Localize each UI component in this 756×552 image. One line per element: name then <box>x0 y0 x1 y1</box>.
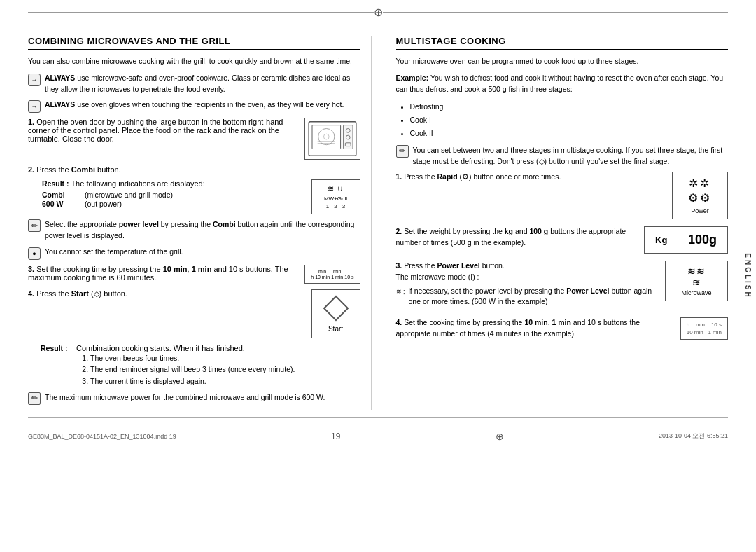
sub-note-power: ≋ ; if necessary, set the power level by… <box>396 286 660 308</box>
final-note-text: The maximum microwave power for the comb… <box>45 392 360 403</box>
pencil-icon-power: ✏ <box>28 219 41 232</box>
oven-image <box>304 118 360 160</box>
stage-item-1: Cook I <box>410 113 729 127</box>
right-section-intro: Your microwave oven can be programmed to… <box>396 56 729 67</box>
step-3-row: 3. Set the cooking time by pressing the … <box>28 265 360 284</box>
result-text-1: The following indications are displayed: <box>71 179 204 188</box>
step-1-row: 1. Open the oven door by pushing the lar… <box>28 118 360 160</box>
combi-value: (microwave and grill mode) <box>85 191 306 199</box>
right-section-title: MULTISTAGE COOKING <box>396 36 729 50</box>
result-2-text: Combination cooking starts. When it has … <box>76 344 245 352</box>
r-timer-min: min <box>696 322 705 328</box>
r-step-2-pre: Set the weight by pressing the <box>404 227 505 235</box>
note-cookware-rest: use microwave-safe and oven-proof cookwa… <box>45 74 350 93</box>
r-step-2-text: 2. Set the weight by pressing the kg and… <box>396 226 639 249</box>
step-2-row: 2. Press the Combi button. <box>28 165 360 174</box>
sub-note-text: if necessary, set the power level by pre… <box>409 286 659 308</box>
pencil-icon-final: ✏ <box>28 392 41 405</box>
page-footer: GE83M_BAL_DE68-04151A-02_EN_131004.indd … <box>0 425 756 448</box>
start-button-display: Start <box>312 289 360 338</box>
step-3-pre: Set the cooking time by pressing the <box>36 265 162 273</box>
mw-grill-top: ≋ ∪ <box>319 184 353 194</box>
left-section-intro: You can also combine microwave cooking w… <box>28 56 360 67</box>
step-3-1min: 1 min <box>192 265 212 273</box>
power-level-bold: power level <box>119 220 159 228</box>
note-power-level: ✏ Select the appropriate power level by … <box>28 219 360 242</box>
step-1-num: 1. <box>28 118 34 126</box>
note-gloves-rest: use oven gloves when touching the recipi… <box>75 100 344 109</box>
timer-h-label: h <box>311 275 314 280</box>
page-number: 19 <box>331 432 340 441</box>
main-content: COMBINING MICROWAVES AND THE GRILL You c… <box>0 25 756 417</box>
step-2-combi: Combi <box>71 165 95 174</box>
step-2-post: button. <box>95 165 121 174</box>
kg-display-box: Kg 100g <box>644 226 728 254</box>
result-sub-list: The oven beeps four times. The end remin… <box>90 352 295 387</box>
r-step-1-num: 1. <box>396 172 402 181</box>
r-step-2-num: 2. <box>396 227 402 235</box>
step-4-row: 4. Press the Start (◇) button. Start <box>28 289 360 338</box>
combi-key: Combi <box>42 191 84 199</box>
step-3-10min: 10 min <box>163 265 188 273</box>
step-2-text: 2. Press the Combi button. <box>28 165 360 174</box>
r-timer-h: h <box>687 322 690 328</box>
step-1-content: Open the oven door by pushing the large … <box>28 118 284 143</box>
footer-left-text: GE83M_BAL_DE68-04151A-02_EN_131004.indd … <box>28 433 176 440</box>
step-4-num: 4. <box>28 289 34 298</box>
right-timer-display: h min 10 s 10 min 1 min <box>680 317 728 340</box>
r-step-2-100g: 100 g <box>529 227 548 235</box>
step-1-text: 1. Open the oven door by pushing the lar… <box>28 118 299 143</box>
result-label-2: Result : <box>41 344 72 352</box>
top-border: ⊕ <box>0 0 756 25</box>
start-diamond-icon <box>322 294 350 322</box>
bottom-divider <box>28 417 728 418</box>
timer-col-h: h <box>311 275 314 280</box>
result-2-content: Combination cooking starts. When it has … <box>76 344 295 387</box>
note-cookware-bold: ALWAYS <box>45 74 75 82</box>
r-step-3-pre: Press the <box>404 261 437 270</box>
r-step-3-powerlevel: Power Level <box>437 261 479 270</box>
kg-label: Kg <box>655 235 667 245</box>
right-column: MULTISTAGE COOKING Your microwave oven c… <box>393 36 729 410</box>
bottom-compass-icon: ⊕ <box>496 431 504 442</box>
stage-item-0: Defrosting <box>410 100 729 113</box>
power-key: 600 W <box>42 200 84 208</box>
example-label: Example: <box>396 74 429 82</box>
timer-col-10min: min 10 min <box>315 269 330 280</box>
result-label-1: Result : <box>42 179 69 188</box>
top-border-line-right <box>383 12 729 13</box>
example-text: You wish to defrost food and cook it wit… <box>396 74 724 93</box>
right-example: Example: You wish to defrost food and co… <box>396 73 729 95</box>
step-4-text: 4. Press the Start (◇) button. <box>28 289 306 298</box>
mw-grill-bottom: 1 - 2 - 3 <box>319 202 353 210</box>
power-display-box: ✲✲⚙⚙ Power <box>672 172 728 219</box>
right-timer-values: 10 min 1 min <box>687 329 722 336</box>
sub-note-icon: ≋ ; <box>396 287 405 297</box>
note-gloves-bold: ALWAYS <box>45 100 75 109</box>
microwave-display-box: ≋≋≋ Microwave <box>665 261 728 301</box>
stages-list: Defrosting Cook I Cook II <box>410 100 729 140</box>
r-step-4-num: 4. <box>396 318 402 326</box>
r-step-1-text: 1. Press the Rapid (⚙) button once or mo… <box>396 172 667 183</box>
r-step-4-pre: Set the cooking time by pressing the <box>404 318 524 326</box>
info-note-stages: ✏ You can set between two and three stag… <box>396 145 729 167</box>
stage-item-2: Cook II <box>410 127 729 140</box>
r-step-2-and: and <box>513 227 529 235</box>
info-note-stages-text: You can set between two and three stages… <box>413 145 729 167</box>
r-step-1-post: (⚙) button once or more times. <box>458 172 561 181</box>
svg-marker-10 <box>324 296 348 320</box>
top-border-line-left <box>28 12 374 13</box>
english-side-label: ENGLISH <box>744 253 752 298</box>
note-icon-1: → <box>28 74 41 86</box>
step-2-pre: Press the <box>36 165 71 174</box>
left-timer-display: h min 10 min min 1 min 10 s <box>304 265 360 284</box>
note-cant-text: You cannot set the temperature of the gr… <box>45 247 360 258</box>
mw-grill-display: ≋ ∪ MW+Grill 1 - 2 - 3 <box>312 179 360 214</box>
r-timer-s: 10 s <box>711 322 722 328</box>
step-3-num: 3. <box>28 265 34 273</box>
r-step-1-rapid: Rapid <box>437 172 457 181</box>
power-icon-stars: ✲✲⚙⚙ <box>688 177 712 206</box>
result-1: Result : The following indications are d… <box>42 179 360 214</box>
start-label: Start <box>328 325 343 333</box>
r-step-3-text: 3. Press the Power Level button.The micr… <box>396 261 660 310</box>
